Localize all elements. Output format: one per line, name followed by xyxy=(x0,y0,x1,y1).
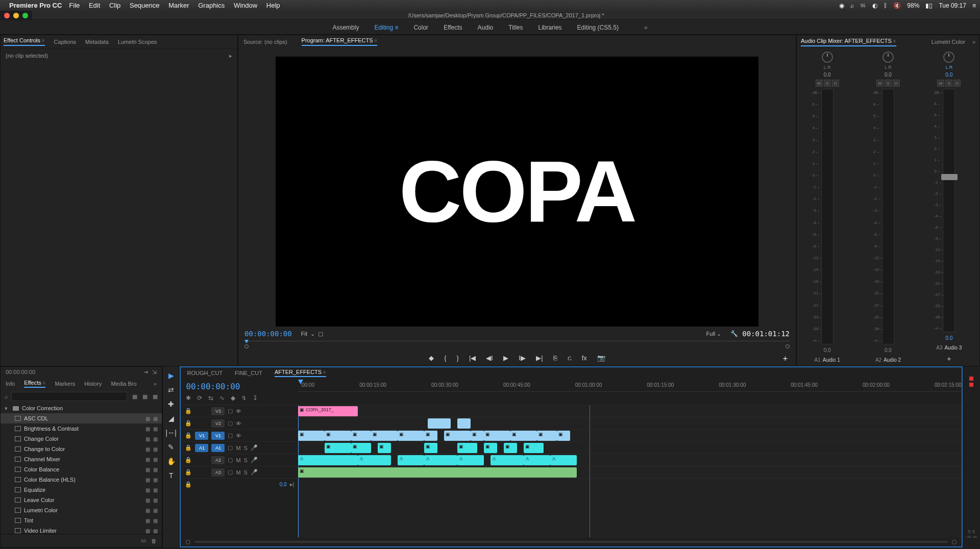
audio-clip[interactable]: ▣ xyxy=(424,443,437,453)
panel-overflow-icon[interactable]: » xyxy=(972,39,975,45)
audio-clip[interactable]: ▣ xyxy=(484,443,497,453)
clip[interactable]: ▣ xyxy=(471,431,484,441)
toggle-output-icon[interactable]: ▢ xyxy=(228,420,233,427)
timeline-option-icon[interactable]: ◆ xyxy=(231,394,235,402)
lock-icon[interactable]: 🔒 xyxy=(185,481,192,488)
timeline-track-area[interactable]: ▣ COPA_2017_▣▣▣▣▣▣▣▣▣▣▣▣▣▣▣▣▣▣▣▣⚠⚠⚠⚠⚠⚠⚠⚠… xyxy=(298,405,961,537)
lock-icon[interactable]: 🔒 xyxy=(185,457,192,463)
effects-tree[interactable]: ▾Color CorrectionASC CDL▦▦Brightness & C… xyxy=(1,403,162,534)
toggle-output-icon[interactable]: ▢ xyxy=(228,457,233,463)
mark-in-button[interactable]: { xyxy=(444,354,446,362)
clip[interactable] xyxy=(457,418,471,429)
in-handle-icon[interactable] xyxy=(244,344,249,348)
track-lane-a1[interactable]: ▣▣▣▣▣▣▣▣ xyxy=(298,441,961,454)
mark-out-button[interactable]: } xyxy=(457,354,459,362)
out-handle-icon[interactable] xyxy=(786,344,790,348)
sequence-tab-fine[interactable]: FINE_CUT xyxy=(235,370,262,376)
menu-file[interactable]: File xyxy=(69,2,80,9)
pan-value[interactable]: 0.0 xyxy=(885,72,892,78)
audio-clip[interactable]: ⚠ xyxy=(550,455,577,465)
chevron-down-icon[interactable]: ⌄ xyxy=(717,331,721,337)
tab-source-monitor[interactable]: Source: (no clips) xyxy=(243,39,287,45)
end-icon[interactable]: ▸| xyxy=(290,481,295,488)
clip[interactable]: ▣ xyxy=(424,431,437,441)
safe-margins-icon[interactable]: ▢ xyxy=(318,331,323,337)
track-lane-a2[interactable]: ⚠⚠⚠⚠⚠⚠⚠⚠ xyxy=(298,454,961,466)
timeline-option-icon[interactable]: ↧ xyxy=(253,394,258,402)
audio-clip[interactable]: ⚠ xyxy=(491,455,524,465)
timeline-option-icon[interactable]: ⇆ xyxy=(208,394,213,402)
pan-knob[interactable] xyxy=(822,52,833,63)
track-target[interactable]: A3 xyxy=(211,468,225,477)
tool-1[interactable]: ⇄ xyxy=(168,386,174,394)
zoom-value[interactable]: 0.0 xyxy=(280,482,287,487)
pan-value[interactable]: 0.0 xyxy=(945,72,952,78)
source-patch[interactable]: V1 xyxy=(195,432,208,440)
track-lane-v1[interactable]: ▣▣▣▣▣▣▣▣▣▣▣▣ xyxy=(298,429,961,441)
timeline-playhead-icon[interactable] xyxy=(298,380,303,384)
audio-clip[interactable]: ▣ xyxy=(524,443,544,453)
mic-icon[interactable]: 🎤 xyxy=(251,457,258,463)
workspace-overflow-icon[interactable]: » xyxy=(644,24,648,31)
clip[interactable]: ▣ xyxy=(537,431,557,441)
menu-marker[interactable]: Marker xyxy=(168,2,189,9)
mic-icon[interactable]: 🎤 xyxy=(251,444,258,451)
extract-button[interactable]: ⎌ xyxy=(568,354,572,362)
new-bin-icon[interactable]: ▭ xyxy=(141,537,146,544)
workspace-titles[interactable]: Titles xyxy=(508,24,523,31)
menu-help[interactable]: Help xyxy=(266,2,280,9)
effects-search-input[interactable] xyxy=(11,392,127,401)
spotlight-icon[interactable]: ⌕ xyxy=(850,2,854,9)
menu-edit[interactable]: Edit xyxy=(89,2,100,9)
effect-item[interactable]: Change Color▦▦ xyxy=(1,434,162,444)
workspace-effects[interactable]: Effects xyxy=(444,24,462,31)
timeline-option-icon[interactable]: ✱ xyxy=(186,394,191,402)
audio-clip[interactable]: ▣ xyxy=(378,443,391,453)
audio-clip[interactable]: ⚠ xyxy=(524,455,550,465)
volume-icon[interactable]: 🔇 xyxy=(893,2,901,9)
volume-readout[interactable]: 0.0 xyxy=(885,347,892,353)
toggle-output-icon[interactable]: ▢ xyxy=(228,444,233,451)
timeline-option-icon[interactable]: ∿ xyxy=(219,394,225,402)
workspace-editing-cs55[interactable]: Editing (CS5.5) xyxy=(577,24,619,31)
effect-item[interactable]: Leave Color▦▦ xyxy=(1,495,162,505)
audio-clip[interactable]: ▣ xyxy=(351,443,371,453)
video-track-header[interactable]: 🔒 V3 ▢ 👁 xyxy=(181,405,298,417)
audio-clip[interactable]: ▣ xyxy=(298,467,577,478)
playback-quality[interactable]: Full xyxy=(706,331,715,337)
mute-button[interactable]: M xyxy=(236,445,240,451)
tool-4[interactable]: |↔| xyxy=(166,429,177,437)
step-back-button[interactable]: ◀Ⅰ xyxy=(486,354,493,362)
tab-markers[interactable]: Markers xyxy=(55,381,75,387)
preset-icon[interactable]: ▦ xyxy=(132,393,137,400)
trash-icon[interactable]: 🗑 xyxy=(151,538,157,544)
o-button[interactable]: O xyxy=(893,80,900,87)
clip-indicator-icon[interactable] xyxy=(969,377,973,381)
cc-icon[interactable]: ◉ xyxy=(839,2,844,9)
workspace-assembly[interactable]: Assembly xyxy=(332,24,359,31)
clip[interactable]: ▣ xyxy=(351,431,371,441)
audio-clip[interactable]: ▣ xyxy=(457,443,477,453)
tool-5[interactable]: ✎ xyxy=(168,443,174,451)
clip[interactable]: ▣ xyxy=(484,431,510,441)
effect-item[interactable]: Video Limiter▦▦ xyxy=(1,526,162,534)
clip-indicator-icon[interactable] xyxy=(969,383,973,387)
effect-item[interactable]: Channel Mixer▦▦ xyxy=(1,454,162,464)
program-in-timecode[interactable]: 00:00:00:00 xyxy=(244,330,292,338)
lock-icon[interactable]: 🔒 xyxy=(185,469,192,476)
siri-icon[interactable]: ◐ xyxy=(872,2,877,9)
timeline-timecode[interactable]: 00:00:00:00 xyxy=(186,382,293,391)
bluetooth-icon[interactable]: ᛒ xyxy=(884,2,887,9)
window-traffic-lights[interactable] xyxy=(0,11,32,20)
pan-knob[interactable] xyxy=(883,52,894,63)
chevron-right-icon[interactable]: ▸ xyxy=(229,53,232,59)
track-lane-a3[interactable]: ▣ xyxy=(298,466,961,478)
clip[interactable]: ▣ xyxy=(371,431,398,441)
volume-readout[interactable]: 0.0 xyxy=(945,335,952,341)
battery-icon[interactable]: ▮▯ xyxy=(925,2,933,9)
folder-color-correction[interactable]: ▾Color Correction xyxy=(1,403,162,413)
timeline-ruler[interactable]: :00:0000:00:15:0000:00:30:0000:00:45:000… xyxy=(298,379,961,392)
program-monitor-canvas[interactable]: COPA xyxy=(276,57,758,327)
mute-button[interactable]: M xyxy=(236,469,240,476)
s-button[interactable]: S xyxy=(885,80,892,87)
